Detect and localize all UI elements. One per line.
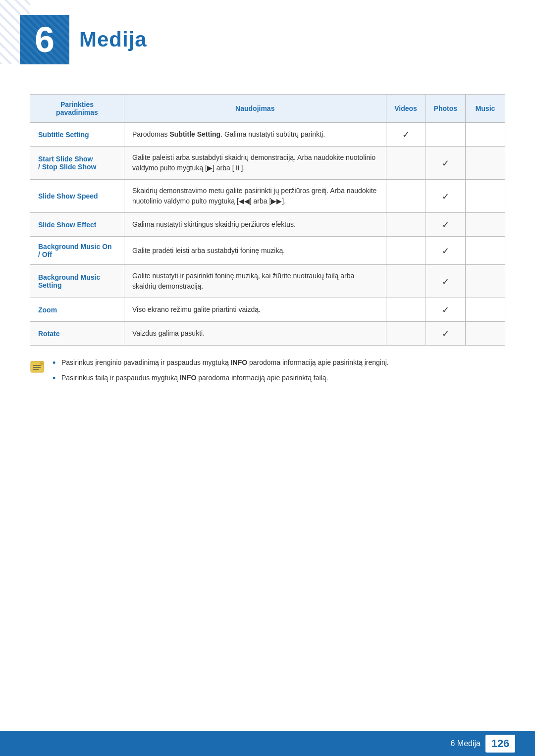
checkmark-icon: ✓ (442, 220, 449, 230)
features-table: Parinkties pavadinimas Naudojimas Videos… (30, 94, 505, 346)
check-photos: ✓ (426, 180, 465, 213)
row-description: Galima nustatyti skirtingus skaidrių per… (124, 213, 386, 237)
footer-chapter-label: 6 Medija (451, 739, 481, 748)
check-videos (386, 322, 426, 346)
row-description: Galite nustatyti ir pasirinkti foninę mu… (124, 265, 386, 298)
page-title: Medija (79, 28, 147, 51)
check-videos (386, 213, 426, 237)
footer-page-number: 126 (485, 735, 515, 753)
table-row: ZoomViso ekrano režimu galite priartinti… (30, 298, 505, 322)
row-description: Parodomas Subtitle Setting. Galima nusta… (124, 123, 386, 147)
table-row: Subtitle SettingParodomas Subtitle Setti… (30, 123, 505, 147)
check-photos: ✓ (426, 237, 465, 265)
row-label: Background Music Setting (30, 265, 124, 298)
check-photos: ✓ (426, 147, 465, 180)
check-music (466, 123, 505, 147)
row-label: Slide Show Speed (30, 180, 124, 213)
table-row: Background Music SettingGalite nustatyti… (30, 265, 505, 298)
row-description: Vaizdus galima pasukti. (124, 322, 386, 346)
check-photos: ✓ (426, 298, 465, 322)
table-body: Subtitle SettingParodomas Subtitle Setti… (30, 123, 505, 346)
check-music (466, 180, 505, 213)
checkmark-icon: ✓ (442, 305, 449, 315)
page-footer: 6 Medija 126 (0, 731, 535, 756)
row-label: Zoom (30, 298, 124, 322)
col-header-photos: Photos (426, 95, 465, 123)
check-photos: ✓ (426, 213, 465, 237)
check-music (466, 237, 505, 265)
checkmark-icon: ✓ (442, 329, 449, 339)
check-videos: ✓ (386, 123, 426, 147)
check-music (466, 298, 505, 322)
table-row: Slide Show EffectGalima nustatyti skirti… (30, 213, 505, 237)
row-description: Galite pradėti leisti arba sustabdyti fo… (124, 237, 386, 265)
check-photos: ✓ (426, 322, 465, 346)
svg-rect-1 (40, 361, 44, 365)
row-label: Slide Show Effect (30, 213, 124, 237)
chapter-box: 6 (20, 15, 69, 64)
check-music (466, 147, 505, 180)
row-label: Start Slide Show/ Stop Slide Show (30, 147, 124, 180)
check-photos (426, 123, 465, 147)
row-label: Background Music On/ Off (30, 237, 124, 265)
main-content: Parinkties pavadinimas Naudojimas Videos… (0, 74, 535, 408)
col-header-parinkties: Parinkties pavadinimas (30, 95, 124, 123)
row-label: Subtitle Setting (30, 123, 124, 147)
table-row: RotateVaizdus galima pasukti.✓ (30, 322, 505, 346)
check-music (466, 213, 505, 237)
check-videos (386, 265, 426, 298)
checkmark-icon: ✓ (442, 277, 449, 287)
check-music (466, 322, 505, 346)
checkmark-icon: ✓ (402, 130, 410, 140)
checkmark-icon: ✓ (442, 246, 449, 256)
checkmark-icon: ✓ (442, 158, 449, 168)
check-videos (386, 298, 426, 322)
row-label: Rotate (30, 322, 124, 346)
col-header-music: Music (466, 95, 505, 123)
note-item: Pasirinkus įrenginio pavadinimą ir paspa… (53, 357, 389, 368)
note-icon (30, 358, 48, 376)
row-description: Skaidrių demonstravimo metu galite pasir… (124, 180, 386, 213)
check-videos (386, 180, 426, 213)
table-row: Slide Show SpeedSkaidrių demonstravimo m… (30, 180, 505, 213)
page-header: 6 Medija (0, 0, 535, 74)
footer-text: 6 Medija 126 (451, 735, 515, 753)
notes-section: Pasirinkus įrenginio pavadinimą ir paspa… (30, 357, 505, 388)
col-header-videos: Videos (386, 95, 426, 123)
row-description: Galite paleisti arba sustabdyti skaidrių… (124, 147, 386, 180)
col-header-naudojimas: Naudojimas (124, 95, 386, 123)
table-header-row: Parinkties pavadinimas Naudojimas Videos… (30, 95, 505, 123)
check-photos: ✓ (426, 265, 465, 298)
check-music (466, 265, 505, 298)
check-videos (386, 237, 426, 265)
notes-list: Pasirinkus įrenginio pavadinimą ir paspa… (53, 357, 389, 388)
check-videos (386, 147, 426, 180)
row-description: Viso ekrano režimu galite priartinti vai… (124, 298, 386, 322)
table-row: Start Slide Show/ Stop Slide ShowGalite … (30, 147, 505, 180)
table-row: Background Music On/ OffGalite pradėti l… (30, 237, 505, 265)
checkmark-icon: ✓ (442, 192, 449, 202)
chapter-number: 6 (35, 19, 54, 60)
note-item: Pasirinkus failą ir paspaudus mygtuką IN… (53, 373, 389, 383)
